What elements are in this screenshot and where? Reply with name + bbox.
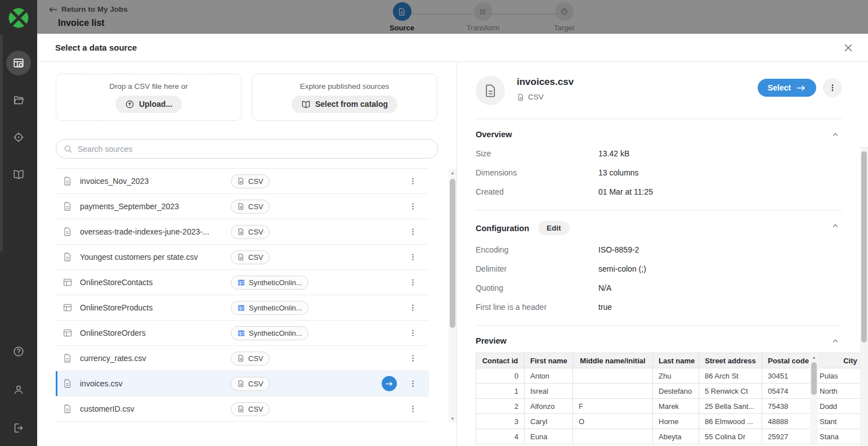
kv-row: Size13.42 kB xyxy=(476,149,842,158)
source-row[interactable]: invoices.csvCSV xyxy=(56,371,429,397)
row-kebab-menu[interactable] xyxy=(406,224,419,239)
table-cell: Horne xyxy=(653,414,699,429)
synthetic-table-icon xyxy=(237,304,245,312)
use-source-arrow-button[interactable] xyxy=(382,376,397,391)
source-row[interactable]: currency_rates.csvCSV xyxy=(56,346,429,371)
table-cell: 86 Arch St xyxy=(699,368,762,384)
badge-label: CSV xyxy=(248,354,263,363)
csv-file-icon xyxy=(517,93,525,101)
row-kebab-menu[interactable] xyxy=(406,275,419,290)
column-header: City xyxy=(814,353,861,368)
scroll-up-arrow[interactable]: ▲ xyxy=(449,169,457,177)
scroll-thumb[interactable] xyxy=(811,362,817,395)
preview-table: Contact idFirst nameMiddle name/initialL… xyxy=(476,353,861,444)
chevron-up-icon[interactable] xyxy=(829,219,842,233)
file-icon xyxy=(62,176,73,186)
edit-configuration-button[interactable]: Edit xyxy=(538,221,570,235)
chevron-up-icon[interactable] xyxy=(829,335,842,348)
csv-file-icon xyxy=(237,228,245,236)
table-cell: 0 xyxy=(476,368,525,384)
sidebar-item-logout[interactable] xyxy=(6,416,31,440)
table-cell: Stana xyxy=(814,429,861,444)
source-row[interactable]: OnlineStoreProductsSyntheticOnlin... xyxy=(56,295,429,321)
badge-label: SyntheticOnlin... xyxy=(249,278,302,287)
source-name: invoices_Nov_2023 xyxy=(80,177,231,186)
scroll-up-arrow[interactable]: ▲ xyxy=(810,353,818,361)
preview-section: Preview Contact idFirst nameMiddle name/… xyxy=(476,325,842,446)
scroll-down-arrow[interactable]: ▼ xyxy=(449,415,457,422)
table-cell: O xyxy=(573,414,653,429)
sidebar-item-folders[interactable] xyxy=(6,88,31,112)
row-kebab-menu[interactable] xyxy=(406,326,419,340)
source-type-badge: SyntheticOnlin... xyxy=(231,276,308,290)
csv-file-icon xyxy=(237,354,245,362)
sidebar-item-account[interactable] xyxy=(6,377,31,402)
csv-file-icon xyxy=(237,405,245,413)
kv-value: 13 columns xyxy=(598,168,639,177)
brand-clover-logo[interactable] xyxy=(6,6,31,30)
row-kebab-menu[interactable] xyxy=(406,300,419,315)
source-row[interactable]: overseas-trade-indexes-june-2023-...CSV xyxy=(56,219,429,245)
row-kebab-menu[interactable] xyxy=(406,402,419,416)
column-header: Last name xyxy=(653,353,699,368)
kv-label: Encoding xyxy=(476,245,598,254)
row-kebab-menu[interactable] xyxy=(406,250,419,264)
row-kebab-menu[interactable] xyxy=(406,376,419,391)
book-icon xyxy=(301,100,311,109)
table-cell: Dodd xyxy=(814,399,861,414)
select-data-source-modal: Select a data source Drop a CSV file her… xyxy=(37,34,868,446)
table-row: 0AntonZhu86 Arch St30451Pulas xyxy=(476,368,861,384)
source-row[interactable]: customerID.csvCSV xyxy=(56,397,429,422)
source-row[interactable]: OnlineStoreContactsSyntheticOnlin... xyxy=(56,270,429,295)
select-source-button[interactable]: Select xyxy=(758,79,816,97)
upload-button[interactable]: Upload... xyxy=(115,96,182,113)
source-picker-pane: Drop a CSV file here or Upload... Explor… xyxy=(37,62,457,446)
table-icon xyxy=(62,303,73,313)
source-row[interactable]: Youngest customers per state.csvCSV xyxy=(56,245,429,270)
row-kebab-menu[interactable] xyxy=(406,174,419,188)
source-row[interactable]: OnlineStoreOrdersSyntheticOnlin... xyxy=(56,321,429,346)
source-row[interactable]: payments_September_2023CSV xyxy=(56,194,429,219)
row-kebab-menu[interactable] xyxy=(406,199,419,214)
source-name: payments_September_2023 xyxy=(80,202,231,211)
app-window: Return to My Jobs Invoice list Source Tr… xyxy=(0,0,868,446)
source-list-scrollbar[interactable]: ▲ ▼ xyxy=(449,169,457,422)
source-row[interactable]: invoices_Nov_2023CSV xyxy=(56,169,429,194)
badge-label: SyntheticOnlin... xyxy=(249,304,302,312)
select-from-catalog-button[interactable]: Select from catalog xyxy=(292,96,397,113)
preview-table-scrollbar[interactable]: ▲ xyxy=(810,353,818,443)
table-row: 2AlfonzoFMarek25 Bella Sant...75438Dodd xyxy=(476,399,861,414)
sidebar-item-catalog[interactable] xyxy=(6,162,31,187)
help-icon xyxy=(12,345,25,358)
source-detail-pane: invoices.csv CSV Select xyxy=(457,62,868,446)
close-icon[interactable] xyxy=(841,40,856,55)
source-name: OnlineStoreProducts xyxy=(80,303,231,312)
badge-label: CSV xyxy=(248,380,263,388)
csv-dropzone[interactable]: Drop a CSV file here or Upload... xyxy=(56,74,241,121)
source-type-badge: CSV xyxy=(231,402,270,416)
detail-pane-scrollbar[interactable] xyxy=(860,147,868,446)
chevron-up-icon[interactable] xyxy=(829,128,842,142)
detail-kebab-menu[interactable] xyxy=(823,78,842,97)
kv-label: Created xyxy=(476,187,598,196)
modal-backdrop xyxy=(37,0,868,34)
scroll-thumb[interactable] xyxy=(861,151,867,343)
table-cell: 25927 xyxy=(762,429,814,444)
kv-row: QuotingN/A xyxy=(476,283,842,292)
row-kebab-menu[interactable] xyxy=(406,351,419,366)
catalog-box: Explore published sources Select from ca… xyxy=(252,74,437,121)
table-icon xyxy=(62,328,73,338)
source-type-badge: CSV xyxy=(231,250,270,264)
scroll-thumb[interactable] xyxy=(450,179,455,328)
detail-file-title: invoices.csv xyxy=(517,76,574,88)
table-cell xyxy=(573,429,653,444)
column-header: Middle name/initial xyxy=(573,353,653,368)
table-cell: 25 Bella Sant... xyxy=(699,399,762,414)
search-sources-input[interactable] xyxy=(78,145,431,154)
sidebar-item-targets[interactable] xyxy=(6,125,31,150)
badge-label: CSV xyxy=(248,405,263,413)
sidebar-item-jobs[interactable] xyxy=(6,51,31,75)
column-header: First name xyxy=(525,353,573,368)
badge-label: CSV xyxy=(248,228,263,236)
sidebar-item-help[interactable] xyxy=(6,339,31,364)
